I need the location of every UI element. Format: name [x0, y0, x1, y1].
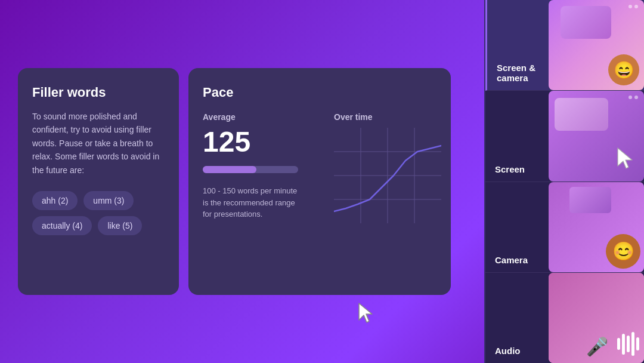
sidebar-item-camera[interactable]: 😊 Camera: [485, 182, 644, 273]
mic-icon: 🎤: [586, 336, 608, 357]
pace-left: Average 125 100 - 150 words per minute i…: [203, 112, 310, 223]
sidebar-item-audio[interactable]: 🎤 Audio: [485, 273, 644, 363]
main-cursor-icon: [358, 302, 376, 327]
filler-tag-umm: umm (3): [83, 191, 134, 210]
sidebar-label-camera: Camera: [495, 255, 528, 265]
pace-title: Pace: [203, 85, 436, 100]
filler-tag-actually: actually (4): [32, 216, 92, 235]
thumb-screen-camera: 😄: [549, 0, 644, 90]
filler-tags-container: ahh (2) umm (3) actually (4) like (5): [32, 191, 165, 235]
pace-card: Pace Average 125 100 - 150 words per min…: [188, 68, 451, 295]
sidebar-label-screen: Screen: [495, 164, 525, 174]
pace-chart-svg: [334, 128, 441, 223]
pace-content: Average 125 100 - 150 words per minute i…: [203, 112, 436, 223]
sidebar-item-screen-camera[interactable]: 😄 Screen &camera: [485, 0, 644, 91]
filler-tag-ahh: ahh (2): [32, 191, 78, 210]
pace-recommendation: 100 - 150 words per minute is the recomm…: [203, 185, 298, 220]
screen-cursor-icon: [617, 147, 636, 173]
filler-words-title: Filler words: [32, 85, 165, 100]
filler-tag-like: like (5): [98, 216, 142, 235]
screen-camera-window-dots: [628, 5, 638, 8]
pace-bar-container: [203, 166, 298, 173]
overtime-label: Over time: [334, 112, 441, 122]
average-label: Average: [203, 112, 310, 122]
sidebar-item-screen[interactable]: Screen: [485, 91, 644, 182]
thumb-audio: 🎤: [549, 273, 644, 363]
thumb-screen: [549, 91, 644, 181]
sidebar-label-screen-camera: Screen &camera: [497, 63, 535, 83]
thumb-camera: 😊: [549, 182, 644, 272]
filler-words-description: To sound more polished and confident, tr…: [32, 110, 165, 177]
sidebar-label-audio: Audio: [495, 346, 521, 356]
pace-average-value: 125: [203, 128, 310, 156]
pace-bar-fill: [203, 166, 256, 173]
pace-right: Over time: [334, 112, 441, 223]
screen-window-dots: [628, 96, 638, 99]
wave-bars: [617, 332, 639, 356]
pace-chart: [334, 128, 441, 223]
right-sidebar: 😄 Screen &camera Screen: [484, 0, 644, 363]
filler-words-card: Filler words To sound more polished and …: [18, 68, 179, 295]
